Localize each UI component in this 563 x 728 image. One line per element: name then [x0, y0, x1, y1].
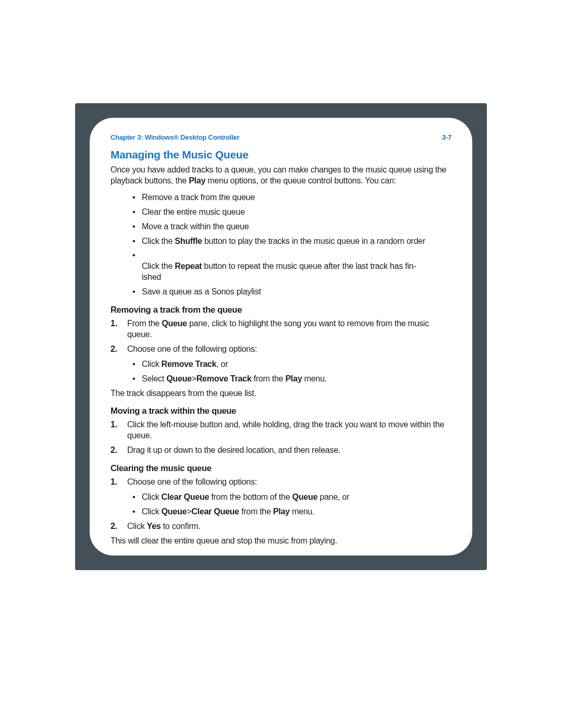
- step-item: Choose one of the following options: Cli…: [111, 476, 451, 517]
- list-item: Move a track within the queue: [142, 221, 451, 232]
- step-item: From the Queue pane, click to highlight …: [111, 318, 451, 340]
- step-item: Drag it up or down to the desired locati…: [111, 445, 451, 455]
- closing-text: This will clear the entire queue and sto…: [111, 535, 451, 546]
- list-item: Click Clear Queue from the bottom of the…: [142, 491, 451, 502]
- steps-removing: From the Queue pane, click to highlight …: [111, 318, 451, 385]
- page-number: 3-7: [442, 133, 451, 141]
- sub-bullet-list: Click Clear Queue from the bottom of the…: [127, 491, 451, 517]
- list-item: Save a queue as a Sonos playlist: [142, 287, 451, 298]
- document-page: Chapter 3: Windows® Desktop Controller 3…: [90, 118, 472, 556]
- steps-clearing: Choose one of the following options: Cli…: [111, 476, 451, 532]
- sub-bullet-list: Click Remove Track, or Select Queue>Remo…: [127, 359, 451, 384]
- list-item: Click Remove Track, or: [142, 359, 451, 369]
- list-item: Clear the entire music queue: [142, 207, 451, 218]
- intro-paragraph: Once you have added tracks to a queue, y…: [111, 164, 451, 186]
- list-item: Select Queue>Remove Track from the Play …: [142, 373, 451, 384]
- step-item: Choose one of the following options: Cli…: [111, 343, 451, 384]
- list-item: Click the Shuffle button to play the tra…: [142, 236, 451, 247]
- document-frame: Chapter 3: Windows® Desktop Controller 3…: [75, 103, 487, 570]
- chapter-label: Chapter 3: Windows® Desktop Controller: [111, 133, 239, 141]
- subheading-moving: Moving a track within the queue: [111, 406, 451, 416]
- steps-moving: Click the left-mouse button and, while h…: [111, 419, 451, 455]
- subheading-removing: Removing a track from the queue: [111, 305, 451, 315]
- step-item: Click the left-mouse button and, while h…: [111, 419, 451, 441]
- list-item: Remove a track from the queue: [142, 192, 451, 203]
- subheading-clearing: Clearing the music queue: [111, 463, 451, 473]
- closing-text: The track disappears from the queue list…: [111, 388, 451, 399]
- page-header: Chapter 3: Windows® Desktop Controller 3…: [111, 133, 451, 141]
- list-item: Click Queue>Clear Queue from the Play me…: [142, 506, 451, 517]
- page-title: Managing the Music Queue: [111, 149, 451, 161]
- top-bullet-list: Remove a track from the queue Clear the …: [111, 192, 451, 297]
- list-item: Click the Repeat button to repeat the mu…: [142, 250, 451, 282]
- step-item: Click Yes to confirm.: [111, 521, 451, 532]
